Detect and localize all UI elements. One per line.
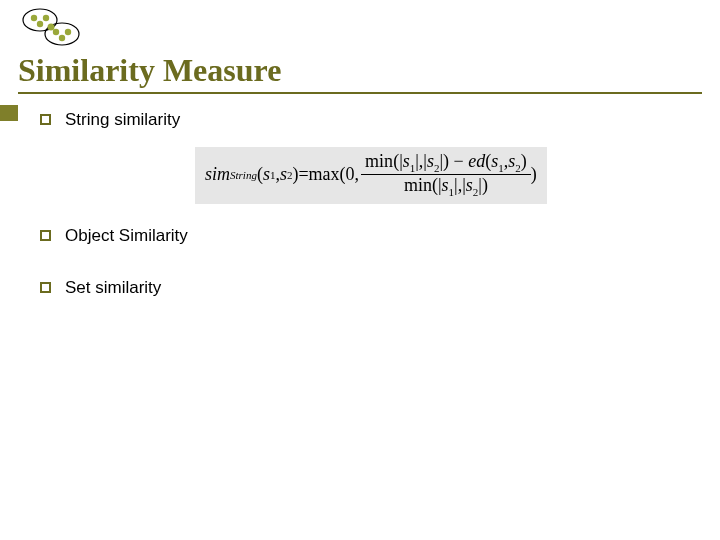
bullet-icon — [40, 114, 51, 125]
bullet-text: Set similarity — [65, 278, 161, 298]
min-func: min — [365, 151, 393, 171]
func-subscript: String — [230, 169, 257, 181]
logo-icon — [18, 4, 88, 50]
var-s2: s — [466, 175, 473, 195]
bullet-item: Set similarity — [40, 278, 188, 298]
minus: − — [449, 151, 468, 171]
comma: , — [355, 164, 360, 185]
var-s1: s — [403, 151, 410, 171]
fraction: min(|s1|,|s2|) − ed(s1,s2) min(|s1|,|s2|… — [361, 151, 531, 198]
max-func: max — [309, 164, 340, 185]
bullet-text: Object Similarity — [65, 226, 188, 246]
numerator: min(|s1|,|s2|) − ed(s1,s2) — [361, 151, 531, 174]
bullet-icon — [40, 230, 51, 241]
paren-close: ) — [531, 164, 537, 185]
var-s1: s — [263, 164, 270, 185]
formula: simString (s1, s2) = max(0, min(|s1|,|s2… — [205, 151, 537, 198]
var-s2: s — [427, 151, 434, 171]
min-func: min — [404, 175, 432, 195]
title-underline — [18, 92, 702, 94]
svg-point-3 — [43, 15, 49, 21]
svg-point-6 — [65, 29, 71, 35]
bullet-icon — [40, 282, 51, 293]
svg-point-2 — [31, 15, 37, 21]
formula-box: simString (s1, s2) = max(0, min(|s1|,|s2… — [195, 147, 547, 204]
accent-bar — [0, 105, 18, 121]
content-area: String similarity Object Similarity Set … — [40, 110, 188, 366]
var-s2: s — [280, 164, 287, 185]
equals: = — [298, 164, 308, 185]
bullet-item: Object Similarity — [40, 226, 188, 246]
ed-func: ed — [468, 151, 485, 171]
bullet-text: String similarity — [65, 110, 180, 130]
var-s1: s — [442, 175, 449, 195]
abs-close: | — [439, 151, 443, 171]
sub-2: 2 — [515, 162, 521, 174]
bullet-item: String similarity — [40, 110, 188, 130]
svg-point-8 — [48, 24, 55, 31]
svg-point-4 — [37, 21, 43, 27]
zero: 0 — [346, 164, 355, 185]
svg-point-7 — [59, 35, 65, 41]
denominator: min(|s1|,|s2|) — [400, 175, 492, 198]
func-name: sim — [205, 164, 230, 185]
abs-close: | — [478, 175, 482, 195]
page-title: Similarity Measure — [18, 52, 281, 89]
svg-point-5 — [53, 29, 59, 35]
